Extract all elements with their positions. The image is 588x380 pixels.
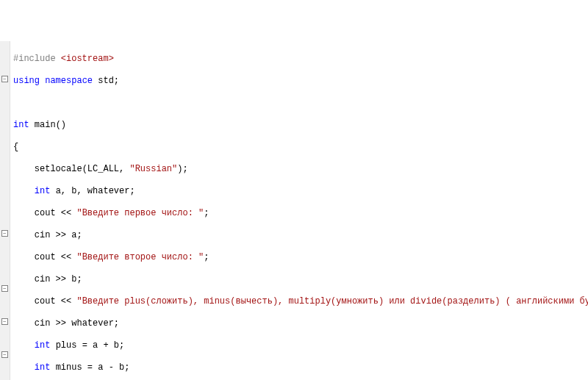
code-line[interactable]: cin >> b;	[13, 274, 588, 285]
keyword-int: int	[35, 340, 51, 351]
code-line[interactable]: cin >> a;	[13, 230, 588, 241]
cout: cout	[35, 208, 56, 218]
namespace-std: std	[98, 76, 114, 86]
lc-all-const: LC_ALL	[87, 164, 119, 174]
fold-toggle-icon[interactable]: −	[1, 285, 8, 292]
minus-decl: minus = a - b;	[56, 362, 130, 373]
code-line[interactable]: int main()	[13, 120, 588, 131]
keyword-int: int	[35, 186, 51, 196]
code-line[interactable]: cout << "Введите второе число: ";	[13, 252, 588, 263]
fold-toggle-icon[interactable]: −	[1, 351, 8, 358]
code-line[interactable]	[13, 98, 588, 109]
code-line[interactable]: using namespace std;	[13, 76, 588, 87]
var-decl: a, b, whatever;	[56, 186, 135, 196]
string-literal: "Введите первое число: "	[76, 208, 204, 218]
keyword-namespace: namespace	[45, 76, 93, 86]
fold-toggle-icon[interactable]: −	[1, 230, 8, 237]
var-b: b	[71, 274, 76, 284]
fold-gutter: − − − − −	[0, 41, 10, 380]
cout: cout	[35, 296, 56, 306]
string-literal: "Введите второе число: "	[76, 252, 204, 262]
code-line[interactable]: cout << "Введите первое число: ";	[13, 208, 588, 219]
var-a: a	[71, 230, 76, 240]
keyword-int: int	[13, 120, 29, 130]
var-whatever: whatever	[71, 318, 114, 329]
cin: cin	[35, 274, 51, 284]
fn-main: main	[35, 120, 56, 130]
code-line[interactable]: int a, b, whatever;	[13, 186, 588, 197]
cout: cout	[35, 252, 56, 262]
code-line[interactable]: cout << "Введите plus(сложить), minus(вы…	[13, 296, 588, 307]
string-literal: "Russian"	[129, 164, 177, 174]
code-line[interactable]: setlocale(LC_ALL, "Russian");	[13, 164, 588, 175]
cin: cin	[35, 230, 51, 240]
code-line[interactable]: int plus = a + b;	[13, 340, 588, 351]
angle-bracket: <	[61, 54, 66, 64]
cin: cin	[35, 318, 51, 329]
include-lib: iostream	[66, 54, 109, 64]
angle-bracket: >	[109, 54, 114, 64]
fn-setlocale: setlocale	[35, 164, 82, 174]
fold-toggle-icon[interactable]: −	[1, 318, 8, 325]
code-line[interactable]: #include <iostream>	[13, 54, 588, 65]
code-area[interactable]: #include <iostream> using namespace std;…	[10, 41, 588, 380]
code-editor[interactable]: − − − − − #include <iostream> using name…	[0, 41, 588, 380]
plus-decl: plus = a + b;	[56, 340, 125, 351]
code-line[interactable]: cin >> whatever;	[13, 318, 588, 329]
code-line[interactable]: {	[13, 142, 588, 153]
keyword-int: int	[35, 362, 51, 373]
fold-toggle-icon[interactable]: −	[1, 76, 8, 82]
code-line[interactable]: int minus = a - b;	[13, 362, 588, 373]
string-literal: "Введите plus(сложить), minus(вычесть), …	[76, 296, 588, 306]
